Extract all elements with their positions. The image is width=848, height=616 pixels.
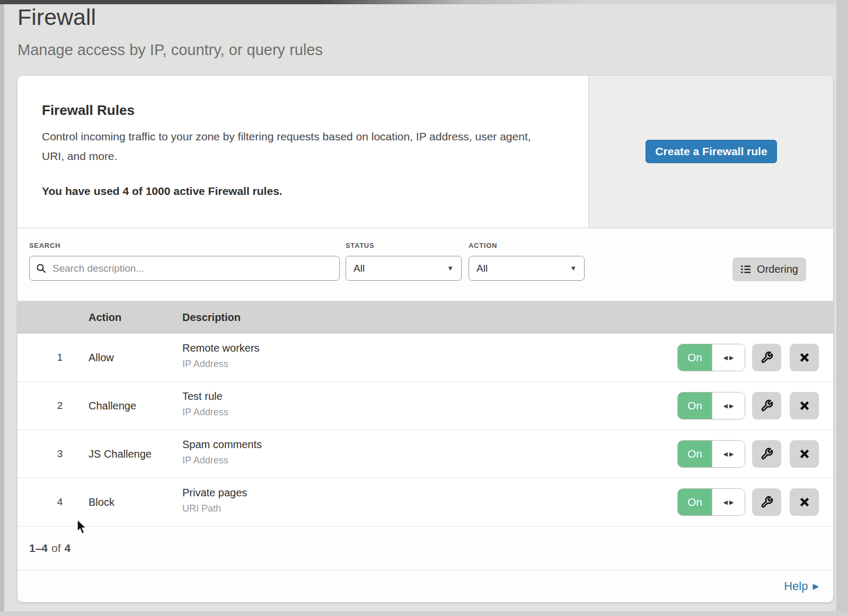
wrench-icon — [761, 399, 773, 412]
toggle-on-segment[interactable]: On — [678, 441, 712, 467]
help-link[interactable]: Help ▶ — [784, 579, 819, 593]
help-link-label: Help — [784, 579, 808, 593]
overview-usage-text: You have used 4 of 1000 active Firewall … — [42, 185, 282, 198]
page-subtitle: Manage access by IP, country, or query r… — [17, 41, 323, 59]
pagination-total: 4 — [65, 542, 71, 555]
close-icon — [799, 400, 810, 412]
window-bottom-edge — [0, 611, 848, 616]
overview-description: Control incoming traffic to your zone by… — [42, 127, 553, 166]
table-row: 3 JS Challenge Spam comments IP Address … — [17, 430, 833, 478]
search-label: SEARCH — [29, 242, 60, 249]
ordering-button[interactable]: Ordering — [732, 257, 806, 281]
status-select[interactable]: All ▼ — [346, 256, 462, 281]
triangle-right-icon: ▶ — [812, 582, 819, 591]
search-box — [29, 256, 340, 281]
rule-status-toggle: On ◀ ▶ — [677, 344, 745, 371]
filter-bar: SEARCH STATUS All ▼ ACTION All ▼ — [17, 228, 833, 301]
firewall-rules-card: Create a Firewall rule Firewall Rules Co… — [17, 76, 833, 602]
table-header: Action Description — [17, 301, 833, 334]
action-select-value: All — [476, 263, 570, 274]
action-label: ACTION — [469, 242, 497, 249]
pagination-range: 1–4 — [29, 542, 48, 555]
table-row: 4 Block Private pages URI Path On ◀ ▶ — [17, 478, 833, 526]
column-header-description: Description — [182, 301, 241, 334]
close-icon — [799, 496, 810, 508]
triangle-right-icon: ▶ — [729, 403, 734, 409]
edit-rule-button[interactable] — [752, 488, 781, 516]
triangle-right-icon: ▶ — [729, 354, 734, 361]
ordering-button-label: Ordering — [757, 263, 798, 275]
wrench-icon — [761, 496, 773, 508]
delete-rule-button[interactable] — [790, 392, 819, 419]
ordering-list-icon — [740, 264, 752, 275]
wrench-icon — [761, 351, 773, 364]
rule-match-type: URI Path — [182, 503, 247, 514]
rule-status-toggle: On ◀ ▶ — [677, 440, 745, 468]
rule-action: Allow — [89, 352, 114, 364]
delete-rule-button[interactable] — [790, 344, 819, 371]
action-select[interactable]: All ▼ — [469, 256, 585, 281]
search-input[interactable] — [51, 262, 333, 275]
triangle-left-icon: ◀ — [723, 403, 728, 409]
rule-action: Challenge — [89, 400, 136, 412]
delete-rule-button[interactable] — [790, 440, 819, 468]
close-icon — [799, 448, 810, 460]
card-footer: Help ▶ — [17, 570, 833, 602]
toggle-on-segment[interactable]: On — [678, 489, 712, 515]
column-header-action: Action — [89, 301, 121, 334]
firewall-page: Firewall Manage access by IP, country, o… — [0, 0, 848, 616]
rule-priority: 3 — [49, 448, 70, 460]
search-icon — [36, 263, 46, 273]
wrench-icon — [761, 448, 773, 460]
edit-rule-button[interactable] — [752, 392, 781, 419]
chevron-down-icon: ▼ — [570, 264, 577, 272]
rule-status-toggle: On ◀ ▶ — [677, 488, 745, 516]
edit-rule-button[interactable] — [752, 344, 781, 371]
rule-priority: 4 — [49, 496, 70, 508]
triangle-left-icon: ◀ — [723, 354, 728, 361]
overview-section: Create a Firewall rule Firewall Rules Co… — [17, 76, 833, 228]
toggle-switch-segment[interactable]: ◀ ▶ — [712, 489, 745, 515]
triangle-left-icon: ◀ — [723, 499, 728, 506]
pagination: 1–4 of 4 — [17, 526, 833, 570]
window-right-edge — [836, 0, 848, 616]
triangle-left-icon: ◀ — [723, 451, 728, 458]
table-row: 2 Challenge Test rule IP Address On ◀ ▶ — [17, 382, 833, 430]
rule-priority: 1 — [49, 352, 70, 363]
rule-priority: 2 — [49, 400, 70, 412]
window-top-edge — [0, 0, 848, 4]
rule-description: Remote workers — [182, 342, 260, 354]
triangle-right-icon: ▶ — [729, 499, 734, 506]
rule-match-type: IP Address — [182, 455, 262, 466]
toggle-switch-segment[interactable]: ◀ ▶ — [712, 344, 745, 371]
overview-heading: Firewall Rules — [42, 102, 135, 119]
rule-description: Spam comments — [182, 439, 262, 451]
pagination-of: of — [51, 542, 61, 555]
status-label: STATUS — [346, 242, 374, 249]
rule-description: Test rule — [182, 390, 228, 403]
rule-description: Private pages — [182, 487, 247, 499]
chevron-down-icon: ▼ — [447, 264, 454, 272]
triangle-right-icon: ▶ — [729, 451, 734, 458]
rule-action: JS Challenge — [89, 448, 152, 460]
table-row: 1 Allow Remote workers IP Address On ◀ ▶ — [17, 334, 833, 382]
delete-rule-button[interactable] — [790, 488, 819, 516]
cta-panel: Create a Firewall rule — [588, 76, 833, 228]
rules-list: 1 Allow Remote workers IP Address On ◀ ▶ — [17, 334, 833, 526]
page-title: Firewall — [17, 4, 96, 30]
rule-match-type: IP Address — [182, 407, 228, 418]
toggle-on-segment[interactable]: On — [678, 344, 712, 371]
rule-action: Block — [89, 496, 114, 508]
toggle-switch-segment[interactable]: ◀ ▶ — [712, 392, 745, 419]
toggle-switch-segment[interactable]: ◀ ▶ — [712, 441, 745, 467]
edit-rule-button[interactable] — [752, 440, 781, 468]
close-icon — [799, 352, 810, 363]
status-select-value: All — [354, 263, 447, 274]
rule-match-type: IP Address — [182, 359, 260, 370]
create-firewall-rule-button[interactable]: Create a Firewall rule — [646, 140, 777, 163]
rule-status-toggle: On ◀ ▶ — [677, 392, 745, 419]
window-left-edge — [0, 4, 4, 616]
toggle-on-segment[interactable]: On — [678, 392, 712, 419]
